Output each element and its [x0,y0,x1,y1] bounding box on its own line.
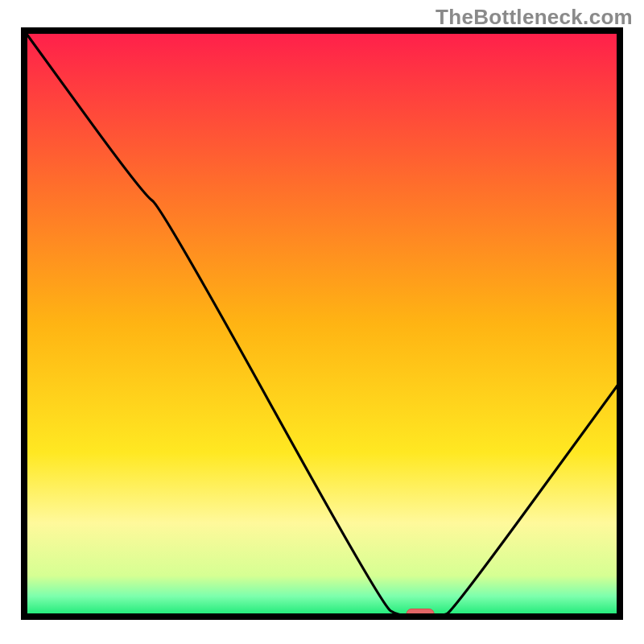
watermark-label: TheBottleneck.com [436,5,633,30]
gradient-background [24,31,620,617]
bottleneck-chart [0,0,644,644]
chart-stage: TheBottleneck.com [0,0,644,644]
